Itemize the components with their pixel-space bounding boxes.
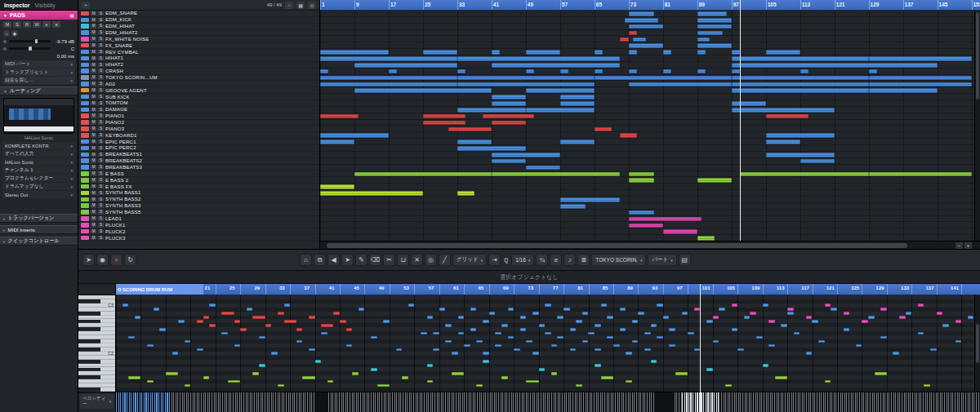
midi-note[interactable] (154, 308, 160, 311)
midi-note[interactable] (794, 332, 800, 335)
midi-note[interactable] (825, 380, 831, 383)
midi-note[interactable] (862, 320, 868, 323)
solo-button[interactable]: S (98, 140, 104, 144)
track-row[interactable]: MSHIHAT1 (78, 55, 319, 62)
midi-note[interactable] (321, 324, 333, 327)
midi-clip[interactable] (697, 11, 728, 16)
midi-note[interactable] (737, 348, 744, 352)
midi-note[interactable] (439, 308, 446, 311)
write-automation-button[interactable]: W (33, 21, 41, 28)
midi-clip[interactable] (560, 204, 586, 209)
zoom-tool-icon[interactable]: ◎ (425, 254, 437, 266)
track-row[interactable]: MSSYNTH BASS3 (78, 203, 319, 210)
feedback-icon[interactable]: ◀ (327, 254, 340, 266)
midi-clip[interactable] (320, 114, 359, 119)
midi-note[interactable] (427, 364, 434, 367)
midi-note[interactable] (483, 352, 489, 355)
midi-note[interactable] (197, 348, 203, 352)
midi-note[interactable] (203, 376, 210, 379)
midi-note[interactable] (346, 344, 353, 348)
scrollbar-thumb[interactable] (976, 12, 979, 100)
midi-note[interactable] (346, 328, 353, 331)
mute-button[interactable]: M (91, 171, 96, 176)
midi-note[interactable] (669, 344, 675, 348)
midi-note[interactable] (520, 328, 527, 331)
track-row[interactable]: MSEPIC PERC1 (78, 139, 319, 145)
track-title-bar[interactable]: ▼ PADS ▤ (0, 11, 78, 20)
solo-button[interactable]: S (98, 133, 104, 138)
midi-clip[interactable] (697, 69, 706, 74)
midi-clip[interactable] (629, 178, 654, 183)
midi-note[interactable] (582, 312, 589, 315)
mute-button[interactable]: M (91, 82, 96, 86)
midi-note[interactable] (750, 312, 756, 315)
home-icon[interactable]: ⌂ (300, 254, 312, 266)
track-row[interactable]: MSPIANO1 (78, 113, 319, 120)
pan-slider[interactable] (9, 47, 51, 50)
midi-note[interactable] (570, 328, 577, 331)
midi-note[interactable] (122, 303, 129, 307)
midi-note[interactable] (383, 320, 390, 323)
midi-note[interactable] (595, 348, 601, 352)
solo-button[interactable]: S (98, 158, 104, 163)
midi-note[interactable] (147, 380, 154, 383)
solo-button[interactable]: S (98, 108, 104, 113)
midi-clip[interactable] (457, 56, 620, 61)
pan-handle[interactable] (29, 47, 32, 51)
midi-clip[interactable] (560, 69, 568, 74)
midi-note[interactable] (557, 336, 564, 339)
scrollbar-thumb[interactable] (976, 324, 979, 362)
midi-note[interactable] (657, 336, 663, 339)
plugin-thumbnail[interactable] (3, 98, 74, 134)
track-row[interactable]: MSEPIC PERC2 (78, 145, 319, 152)
midi-note[interactable] (787, 312, 794, 315)
midi-clip[interactable] (732, 76, 869, 81)
midi-note[interactable] (657, 303, 663, 307)
midi-clip[interactable] (389, 69, 397, 74)
midi-note[interactable] (632, 320, 639, 323)
midi-note[interactable] (539, 368, 546, 371)
solo-button[interactable]: S (98, 146, 104, 151)
edit-channel-icon[interactable]: e (42, 21, 51, 28)
tab-visibility[interactable]: Visibility (35, 2, 56, 8)
midi-note[interactable] (682, 312, 688, 315)
midi-note[interactable] (930, 348, 937, 352)
mute-button[interactable]: M (91, 140, 96, 144)
solo-button[interactable]: S (98, 165, 104, 170)
midi-clip[interactable] (629, 24, 663, 29)
midi-note[interactable] (713, 316, 719, 319)
midi-clip[interactable] (697, 43, 732, 48)
midi-clip[interactable] (629, 31, 637, 36)
mute-button[interactable]: M (91, 11, 96, 16)
keyboard-icon[interactable]: ▤ (679, 254, 691, 266)
midi-note[interactable] (968, 316, 974, 319)
midi-note[interactable] (607, 316, 613, 319)
midi-clip[interactable] (492, 159, 526, 164)
midi-note[interactable] (359, 308, 365, 311)
mute-button[interactable]: M (91, 30, 96, 35)
midi-clip[interactable] (732, 50, 740, 55)
midi-clip[interactable] (766, 114, 808, 119)
midi-clip[interactable] (560, 197, 620, 202)
mute-button[interactable]: M (91, 75, 96, 80)
track-row[interactable]: MSPIANO3 (78, 126, 319, 132)
track-row[interactable]: MSCRASH (78, 69, 319, 75)
note-length-icon[interactable]: ♪ (564, 254, 576, 266)
midi-note[interactable] (551, 372, 558, 375)
midi-note[interactable] (396, 348, 403, 352)
midi-note[interactable] (203, 316, 210, 319)
midi-clip[interactable] (595, 127, 612, 132)
midi-clip[interactable] (492, 153, 560, 157)
midi-clip[interactable] (423, 121, 466, 126)
editor-vertical-scrollbar[interactable] (974, 295, 980, 392)
midi-note[interactable] (371, 368, 377, 371)
inspector-dropdown-row[interactable]: MIDI パート▾ (2, 60, 75, 68)
midi-clip[interactable] (492, 63, 620, 68)
midi-note[interactable] (545, 303, 551, 307)
midi-note[interactable] (221, 332, 228, 335)
midi-note[interactable] (483, 320, 489, 323)
mute-button[interactable]: M (91, 197, 96, 202)
solo-button[interactable]: S (98, 191, 104, 196)
midi-note[interactable] (321, 332, 327, 335)
midi-note[interactable] (539, 324, 546, 327)
